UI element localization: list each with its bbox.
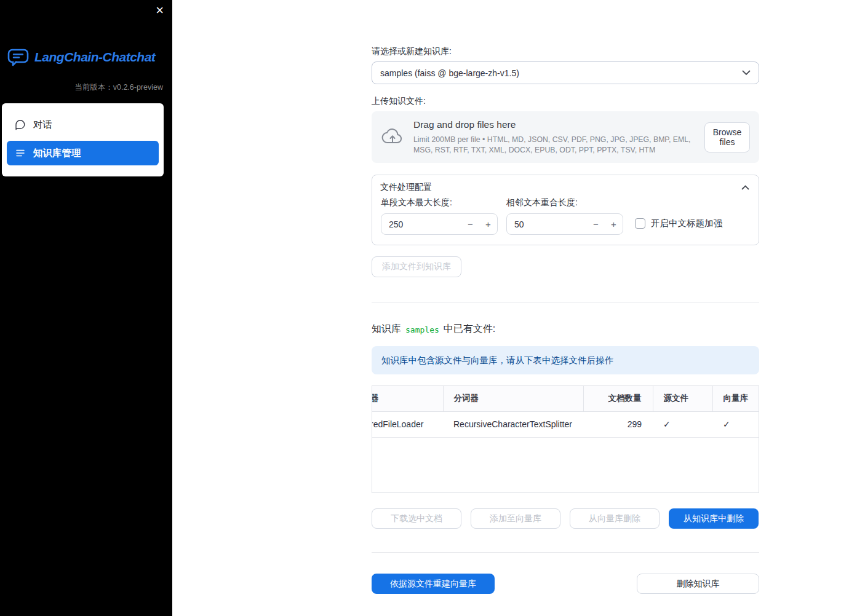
file-action-buttons: 下载选中文档 添加至向量库 从向量库删除 从知识库中删除 (372, 508, 759, 529)
table-row[interactable]: redFileLoader RecursiveCharacterTextSpli… (372, 411, 759, 437)
chunk-size-label: 单段文本最大长度: (381, 197, 498, 208)
col-header-doc-count[interactable]: 文档数量 (583, 386, 653, 411)
dropzone-title: Drag and drop files here (413, 119, 695, 130)
chat-bubble-icon (15, 119, 26, 130)
cell-source-file-check: ✓ (653, 411, 712, 437)
table-header-row: 器 分词器 文档数量 源文件 向量库 (372, 386, 759, 411)
cloud-upload-icon (381, 128, 404, 146)
plus-button[interactable]: + (479, 219, 497, 229)
dropzone-limit: Limit 200MB per file • HTML, MD, JSON, C… (413, 135, 695, 154)
add-files-button[interactable]: 添加文件到知识库 (372, 256, 461, 277)
kb-select-label: 请选择或新建知识库: (372, 46, 759, 57)
kb-management-buttons: 依据源文件重建向量库 删除知识库 (372, 574, 759, 594)
list-icon (15, 148, 26, 159)
delete-kb-button[interactable]: 删除知识库 (637, 574, 759, 594)
logo-text: LangChain-Chatchat (34, 50, 155, 65)
overlap-size-group: 相邻文本重合长度: − + (506, 197, 623, 235)
app-logo: LangChain-Chatchat (7, 48, 167, 66)
delete-from-kb-button[interactable]: 从知识库中删除 (669, 508, 759, 529)
zh-title-enhance-checkbox[interactable]: 开启中文标题加强 (635, 218, 722, 229)
divider (372, 302, 759, 302)
table-empty-area (372, 437, 759, 492)
sidebar-menu: 对话 知识库管理 (2, 103, 164, 176)
sidebar-item-chat[interactable]: 对话 (7, 113, 159, 137)
plus-button[interactable]: + (605, 219, 623, 229)
chevron-up-icon (741, 185, 749, 190)
chunk-size-input-wrap: − + (381, 213, 498, 235)
info-banner-text: 知识库中包含源文件与向量库，请从下表中选择文件后操作 (381, 355, 613, 366)
divider (372, 552, 759, 553)
kb-name-code: samples (405, 324, 439, 334)
overlap-size-input[interactable] (507, 219, 587, 229)
minus-button[interactable]: − (461, 219, 479, 229)
expander-title: 文件处理配置 (380, 182, 432, 193)
kb-files-prefix: 知识库 (372, 323, 401, 336)
col-header-loader[interactable]: 器 (372, 386, 443, 411)
delete-from-vectorstore-button[interactable]: 从向量库删除 (570, 508, 660, 529)
version-label: 当前版本：v0.2.6-preview (0, 82, 163, 93)
sidebar-item-label: 知识库管理 (33, 147, 81, 160)
chunk-size-input[interactable] (381, 219, 461, 229)
overlap-size-input-wrap: − + (506, 213, 623, 235)
info-banner: 知识库中包含源文件与向量库，请从下表中选择文件后操作 (372, 346, 759, 374)
kb-files-table: 器 分词器 文档数量 源文件 向量库 redFileLoader Recursi… (372, 385, 759, 493)
overlap-size-label: 相邻文本重合长度: (506, 197, 623, 208)
col-header-source-file[interactable]: 源文件 (653, 386, 712, 411)
col-header-vector-store[interactable]: 向量库 (712, 386, 759, 411)
upload-label: 上传知识文件: (372, 96, 759, 107)
sidebar: × LangChain-Chatchat 当前版本：v0.2.6-preview… (0, 0, 172, 616)
app-root: × LangChain-Chatchat 当前版本：v0.2.6-preview… (0, 0, 849, 616)
checkbox-label: 开启中文标题加强 (651, 218, 722, 229)
sidebar-close-icon[interactable]: × (156, 2, 164, 18)
cell-doc-count: 299 (583, 411, 653, 437)
main-content: 请选择或新建知识库: samples (faiss @ bge-large-zh… (172, 0, 849, 616)
cell-loader: redFileLoader (372, 411, 443, 437)
checkbox-square (635, 218, 645, 229)
dropzone-text: Drag and drop files here Limit 200MB per… (413, 119, 695, 154)
kb-files-heading: 知识库 samples 中已有文件: (372, 323, 759, 336)
kb-files-suffix: 中已有文件: (444, 323, 495, 336)
col-header-splitter[interactable]: 分词器 (443, 386, 583, 411)
file-config-expander: 文件处理配置 单段文本最大长度: − + (372, 175, 759, 245)
chunk-size-group: 单段文本最大长度: − + (381, 197, 498, 235)
rebuild-vectorstore-button[interactable]: 依据源文件重建向量库 (372, 574, 495, 594)
logo-chat-bubble-icon (7, 48, 30, 66)
kb-select-value: samples (faiss @ bge-large-zh-v1.5) (380, 68, 519, 78)
download-selected-button[interactable]: 下载选中文档 (372, 508, 461, 529)
sidebar-item-knowledge-base[interactable]: 知识库管理 (7, 141, 159, 165)
add-to-vectorstore-button[interactable]: 添加至向量库 (471, 508, 560, 529)
browse-files-button[interactable]: Browse files (704, 122, 750, 152)
sidebar-item-label: 对话 (33, 119, 52, 132)
kb-select[interactable]: samples (faiss @ bge-large-zh-v1.5) (372, 61, 759, 84)
expander-body: 单段文本最大长度: − + 相邻文本重合长度: − + (372, 194, 759, 245)
cell-splitter: RecursiveCharacterTextSplitter (443, 411, 583, 437)
minus-button[interactable]: − (587, 219, 605, 229)
cell-vector-store-check: ✓ (712, 411, 759, 437)
expander-toggle[interactable]: 文件处理配置 (372, 175, 759, 194)
file-dropzone[interactable]: Drag and drop files here Limit 200MB per… (372, 111, 759, 163)
chevron-down-icon (742, 70, 751, 76)
